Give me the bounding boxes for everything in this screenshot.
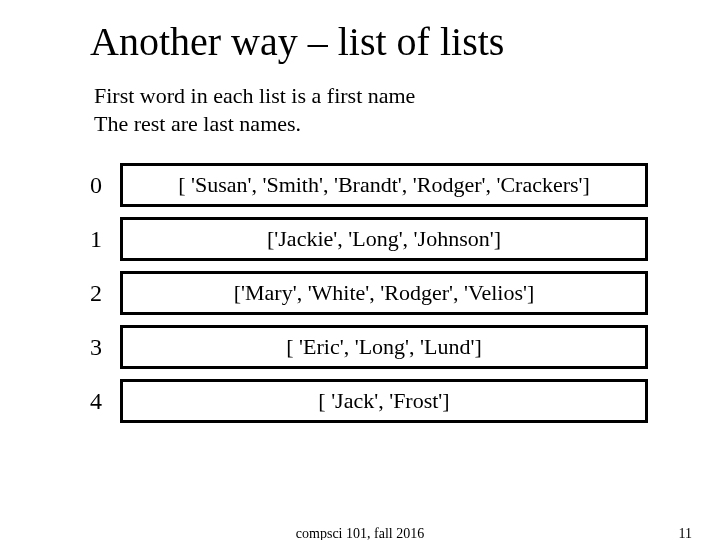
slide-subtitle: First word in each list is a first name …	[94, 82, 415, 137]
row-content: ['Jackie', 'Long', 'Johnson']	[120, 217, 648, 261]
row-index: 4	[72, 388, 120, 415]
slide: Another way – list of lists First word i…	[0, 0, 720, 540]
row-content: [ 'Jack', 'Frost']	[120, 379, 648, 423]
table-row: 3 [ 'Eric', 'Long', 'Lund']	[72, 320, 648, 374]
row-index: 1	[72, 226, 120, 253]
row-index: 2	[72, 280, 120, 307]
subtitle-line-1: First word in each list is a first name	[94, 82, 415, 110]
table-row: 2 ['Mary', 'White', 'Rodger', 'Velios']	[72, 266, 648, 320]
footer-course: compsci 101, fall 2016	[296, 526, 424, 540]
slide-title: Another way – list of lists	[90, 18, 504, 65]
table-row: 4 [ 'Jack', 'Frost']	[72, 374, 648, 428]
table-row: 0 [ 'Susan', 'Smith', 'Brandt', 'Rodger'…	[72, 158, 648, 212]
row-index: 3	[72, 334, 120, 361]
row-content: ['Mary', 'White', 'Rodger', 'Velios']	[120, 271, 648, 315]
row-content: [ 'Susan', 'Smith', 'Brandt', 'Rodger', …	[120, 163, 648, 207]
row-index: 0	[72, 172, 120, 199]
row-content: [ 'Eric', 'Long', 'Lund']	[120, 325, 648, 369]
footer-page-number: 11	[679, 526, 692, 540]
subtitle-line-2: The rest are last names.	[94, 110, 415, 138]
table-row: 1 ['Jackie', 'Long', 'Johnson']	[72, 212, 648, 266]
list-table: 0 [ 'Susan', 'Smith', 'Brandt', 'Rodger'…	[72, 158, 648, 428]
